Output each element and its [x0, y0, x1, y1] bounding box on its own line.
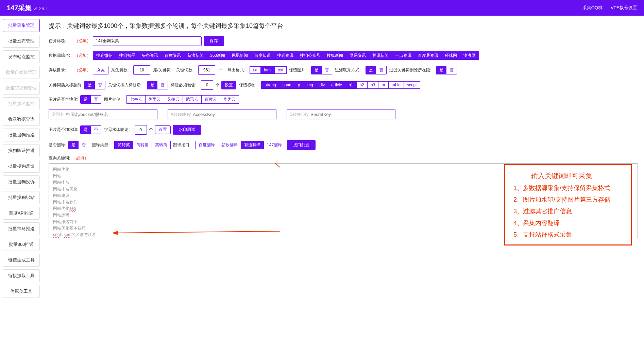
imgstore-opt-1[interactable]: 阿里云: [145, 95, 164, 104]
water-test-button[interactable]: 水印测试: [173, 125, 201, 135]
imgstore-opt-5[interactable]: 华为云: [220, 95, 239, 104]
imgstore-opt-3[interactable]: 腾讯云: [183, 95, 202, 104]
browse-button[interactable]: 浏览: [93, 66, 108, 74]
sidebar-item-13[interactable]: 批量神马推送: [3, 222, 40, 235]
tag-opt-9[interactable]: br: [378, 81, 389, 89]
water-toggle[interactable]: 是否: [80, 125, 101, 134]
tapi-opt-2[interactable]: 有道翻译: [241, 141, 264, 149]
keepimg-toggle[interactable]: 是否: [311, 66, 332, 74]
ak-input[interactable]: [193, 112, 273, 117]
tag-opt-3[interactable]: img: [303, 81, 316, 89]
ia-yes[interactable]: 是: [147, 81, 157, 89]
sidebar-item-12[interactable]: 百度API推送: [3, 207, 40, 220]
img-local-toggle[interactable]: 是否: [80, 95, 101, 104]
sidebar-item-0[interactable]: 批量采集管理: [3, 19, 40, 32]
must-set-button[interactable]: 设置: [221, 81, 236, 89]
sidebar-item-16[interactable]: 链接抓取工具: [3, 269, 40, 282]
fc-yes[interactable]: 是: [366, 66, 376, 74]
kw-count-input[interactable]: [198, 65, 215, 75]
sidebar-item-17[interactable]: 伪原创工具: [3, 285, 40, 298]
filter-kw-toggle[interactable]: 是否: [436, 66, 457, 74]
fk-yes[interactable]: 是: [436, 66, 446, 74]
source-opt-9[interactable]: 搜狗公众号: [296, 51, 324, 60]
t-yes[interactable]: 是: [68, 141, 79, 149]
imgstore-opt-2[interactable]: 又拍云: [164, 95, 183, 104]
trans-toggle[interactable]: 是否: [68, 141, 89, 149]
tag-opt-11[interactable]: script: [404, 81, 420, 89]
il-yes[interactable]: 是: [81, 96, 91, 103]
source-opt-6[interactable]: 凤凰新闻: [228, 51, 251, 60]
tag-opt-4[interactable]: div: [316, 81, 328, 89]
insert-before-toggle[interactable]: 是否: [84, 81, 105, 89]
source-opt-12[interactable]: 腾讯新闻: [369, 51, 392, 60]
source-opt-13[interactable]: 一点资讯: [392, 51, 415, 60]
source-opt-8[interactable]: 搜狗资讯: [274, 51, 297, 60]
fc-no[interactable]: 否: [376, 66, 386, 74]
w-no[interactable]: 否: [91, 126, 101, 134]
tapi-opt-1[interactable]: 谷歌翻译: [218, 141, 241, 149]
tag-opt-6[interactable]: h1: [345, 81, 356, 89]
sidebar-item-4[interactable]: 批量短视频管理: [3, 82, 40, 95]
sidebar-item-10[interactable]: 批量搜狗投诉: [3, 175, 40, 188]
source-opt-5[interactable]: 360新闻: [207, 51, 228, 60]
sidebar-item-3[interactable]: 批量自媒体管理: [3, 66, 40, 79]
tag-opt-10[interactable]: table: [388, 81, 404, 89]
export-opt-2[interactable]: xxf: [275, 66, 287, 74]
ib-no[interactable]: 否: [95, 81, 105, 89]
export-opt-0[interactable]: txt: [250, 66, 261, 74]
source-opt-16[interactable]: 澎湃网: [460, 51, 479, 60]
ttype-opt-0[interactable]: 简转英: [114, 141, 133, 149]
sidebar-item-7[interactable]: 批量搜狗推送: [3, 129, 40, 141]
must-count-input[interactable]: [201, 80, 213, 90]
source-opt-7[interactable]: 百度知道: [251, 51, 274, 60]
source-opt-11[interactable]: 网易资讯: [346, 51, 369, 60]
header-link-vps[interactable]: VPS拨号设置: [611, 5, 637, 11]
source-opt-1[interactable]: 搜狗知乎: [116, 51, 139, 60]
rot-set-button[interactable]: 设置: [155, 125, 171, 134]
ib-yes[interactable]: 是: [85, 81, 95, 89]
ia-no[interactable]: 否: [157, 81, 168, 89]
sidebar-item-9[interactable]: 批量搜狗反馈: [3, 160, 40, 173]
tag-opt-8[interactable]: h3: [367, 81, 378, 89]
sidebar-item-15[interactable]: 链接生成工具: [3, 254, 40, 267]
tag-opt-7[interactable]: h2: [356, 81, 368, 89]
source-opt-3[interactable]: 百度资讯: [161, 51, 184, 60]
source-opt-0[interactable]: 搜狗微信: [93, 51, 116, 60]
sk-input[interactable]: [310, 112, 392, 117]
keepimg-no[interactable]: 否: [322, 66, 332, 74]
w-yes[interactable]: 是: [81, 126, 91, 134]
sidebar-item-11[interactable]: 批量搜狗绑站: [3, 191, 40, 204]
source-opt-15[interactable]: 环球网: [441, 51, 460, 60]
sidebar-item-1[interactable]: 批量发布管理: [3, 35, 40, 48]
tapi-opt-0[interactable]: 百度翻译: [195, 141, 218, 149]
tag-opt-1[interactable]: span: [279, 81, 295, 89]
count-input[interactable]: [133, 65, 150, 75]
export-opt-1[interactable]: html: [260, 66, 275, 74]
ttype-opt-2[interactable]: 英转简: [152, 141, 171, 149]
rot-input[interactable]: [135, 125, 147, 135]
source-opt-4[interactable]: 新浪新闻: [184, 51, 207, 60]
ttype-opt-1[interactable]: 简转繁: [133, 141, 152, 149]
tag-opt-0[interactable]: strong: [261, 81, 279, 89]
imgstore-opt-4[interactable]: 百度云: [201, 95, 220, 104]
t-no[interactable]: 否: [79, 141, 89, 149]
fk-no[interactable]: 否: [446, 66, 457, 74]
il-no[interactable]: 否: [91, 96, 101, 103]
sidebar-item-14[interactable]: 批量360推送: [3, 238, 40, 251]
imgstore-opt-0[interactable]: 七牛云: [126, 95, 146, 104]
keepimg-yes[interactable]: 是: [311, 66, 322, 74]
save-button[interactable]: 保存: [204, 36, 224, 46]
source-opt-2[interactable]: 头条资讯: [138, 51, 162, 60]
sidebar-item-2[interactable]: 发布站点监控: [3, 50, 40, 63]
trans-cfg-button[interactable]: 接口配置: [287, 140, 316, 150]
sidebar-item-6[interactable]: 收录数据查询: [3, 113, 40, 126]
sidebar-item-5[interactable]: 批量排名监控: [3, 97, 40, 110]
tapi-opt-3[interactable]: 147翻译: [264, 141, 285, 149]
tag-opt-5[interactable]: article: [328, 81, 345, 89]
task-title-input[interactable]: [93, 36, 202, 46]
filter-contact-toggle[interactable]: 是否: [366, 66, 387, 74]
tag-opt-2[interactable]: p: [294, 81, 304, 89]
space-input[interactable]: [66, 112, 154, 117]
source-opt-10[interactable]: 搜狐新闻: [323, 51, 346, 60]
source-opt-14[interactable]: 百度最资讯: [414, 51, 442, 60]
